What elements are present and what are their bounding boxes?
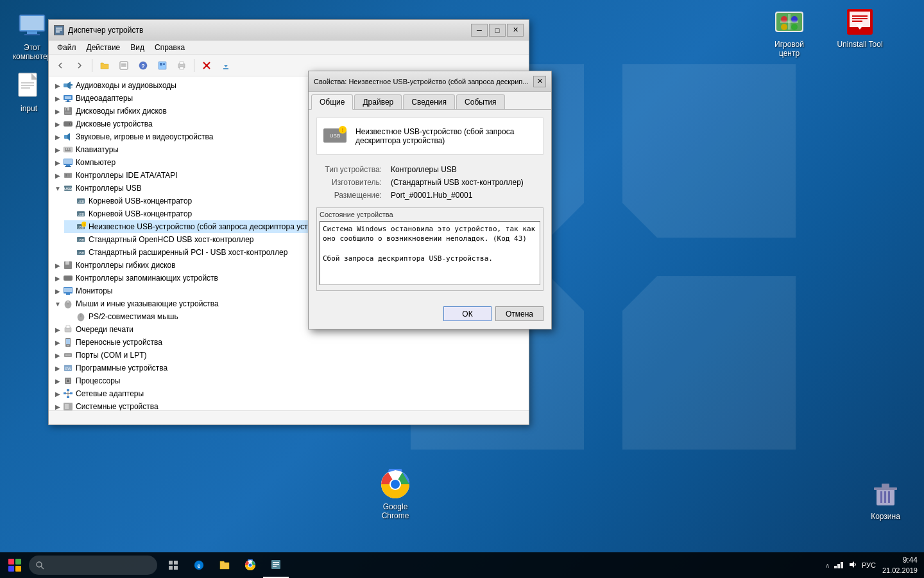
- icon-portable: [63, 337, 73, 347]
- taskbar-clock[interactable]: 9:44 21.02.2019: [882, 556, 918, 575]
- properties-dialog: Свойства: Неизвестное USB-устройство (сб…: [308, 71, 552, 329]
- svg-rect-28: [882, 484, 889, 487]
- svg-rect-19: [852, 15, 868, 17]
- taskbar-edge[interactable]: e: [186, 552, 212, 578]
- menu-help[interactable]: Справка: [150, 42, 190, 53]
- toolbar-update[interactable]: [217, 57, 235, 74]
- svg-text:e: e: [197, 563, 200, 569]
- menu-file[interactable]: Файл: [52, 42, 81, 53]
- recycle-icon: [870, 478, 901, 509]
- toolbar-properties[interactable]: [115, 57, 133, 74]
- tree-processors[interactable]: ▶ Процессоры: [51, 374, 526, 387]
- tray-lang[interactable]: РУС: [862, 561, 876, 569]
- taskbar-task-view[interactable]: [160, 552, 186, 578]
- cancel-button[interactable]: Отмена: [495, 306, 543, 321]
- svg-line-134: [41, 566, 44, 569]
- label-disk-devices: Дисковые устройства: [76, 119, 153, 128]
- taskbar-explorer[interactable]: [212, 552, 237, 578]
- minimize-button[interactable]: ─: [471, 24, 488, 37]
- icon-usb-unknown-warning: USB !: [76, 222, 86, 232]
- tree-system-devices[interactable]: ▶ Системные устройства: [51, 400, 526, 410]
- maximize-button[interactable]: □: [489, 24, 506, 37]
- svg-marker-67: [67, 133, 70, 141]
- close-button[interactable]: ✕: [507, 24, 524, 37]
- desktop-icon-chrome[interactable]: Google Chrome: [370, 469, 421, 521]
- svg-point-65: [70, 123, 71, 125]
- recycle-label: Корзина: [871, 512, 900, 521]
- tab-details[interactable]: Сведения: [403, 94, 455, 109]
- label-floppy-drives: Дисководы гибких дисков: [76, 107, 167, 116]
- arrow-sound-video: ▶: [53, 134, 63, 141]
- svg-point-111: [67, 345, 69, 346]
- taskbar-chrome[interactable]: [237, 552, 263, 578]
- svg-text:USB: USB: [78, 251, 85, 255]
- taskbar-device-manager[interactable]: [263, 552, 289, 578]
- svg-rect-38: [121, 66, 126, 67]
- device-type-value: Контроллеры USB: [391, 165, 543, 174]
- label-pci-usb: Стандартный расширенный PCI - USB хост-к…: [89, 248, 287, 257]
- tab-events[interactable]: События: [456, 94, 505, 109]
- tab-general[interactable]: Общие: [311, 94, 353, 110]
- arrow-keyboards: ▶: [53, 146, 63, 153]
- label-usb-hub-2: Корневой USB-концентратор: [89, 209, 192, 218]
- devmgr-titlebar: Диспетчер устройств ─ □ ✕: [49, 20, 529, 40]
- svg-rect-75: [64, 159, 72, 164]
- svg-rect-29: [880, 491, 882, 503]
- tree-ports[interactable]: ▶ Порты (COM и LPT): [51, 349, 526, 362]
- toolbar-help[interactable]: ?: [134, 57, 152, 74]
- menu-action[interactable]: Действие: [81, 42, 126, 53]
- label-floppy-ctrl: Контроллеры гибких дисков: [76, 261, 176, 270]
- manufacturer-value: (Стандартный USB хост-контроллер): [391, 178, 543, 187]
- arrow-ports: ▶: [53, 352, 63, 359]
- icon-usb-controllers: USB: [63, 183, 73, 193]
- desktop-icon-input[interactable]: input: [3, 71, 55, 113]
- toolbar-print[interactable]: [173, 57, 191, 74]
- ok-button[interactable]: ОК: [443, 306, 492, 321]
- svg-rect-147: [273, 566, 277, 567]
- svg-rect-138: [174, 566, 178, 570]
- toolbar-folder[interactable]: [96, 57, 114, 74]
- devmgr-menubar: Файл Действие Вид Справка: [49, 40, 529, 55]
- toolbar-sep-2: [194, 59, 194, 72]
- input-label: input: [21, 104, 37, 113]
- start-button[interactable]: [0, 552, 29, 578]
- taskbar-search[interactable]: [29, 556, 157, 575]
- svg-rect-101: [66, 293, 70, 295]
- window-controls: ─ □ ✕: [471, 24, 524, 37]
- desktop-icon-uninstall[interactable]: Uninstall Tool: [834, 6, 886, 49]
- toolbar-delete[interactable]: [198, 57, 216, 74]
- device-icon-large: USB !: [322, 123, 348, 149]
- toolbar-scan[interactable]: [153, 57, 171, 74]
- icon-monitors: [63, 286, 73, 296]
- dialog-close-button[interactable]: ✕: [533, 76, 546, 87]
- desktop-icon-recycle[interactable]: Корзина: [860, 478, 911, 521]
- arrow-print-queues: ▶: [53, 326, 63, 333]
- clock-date: 21.02.2019: [882, 566, 918, 575]
- svg-rect-128: [65, 404, 69, 409]
- icon-ide: [63, 170, 73, 180]
- taskbar-pinned-icons: e: [160, 552, 289, 578]
- svg-rect-35: [56, 31, 60, 33]
- tree-portable[interactable]: ▶ Переносные устройства: [51, 336, 526, 349]
- start-menu-icon: [8, 559, 21, 572]
- win-pane-green: [15, 559, 21, 565]
- svg-rect-149: [837, 564, 840, 568]
- device-props-grid: Тип устройства: Контроллеры USB Изготови…: [316, 165, 543, 200]
- tree-software-devices[interactable]: ▶ SW Программные устройства: [51, 362, 526, 374]
- toolbar-forward[interactable]: [71, 57, 89, 74]
- svg-rect-71: [69, 148, 70, 150]
- svg-point-133: [37, 562, 42, 567]
- label-ide: Контроллеры IDE ATA/ATAPI: [76, 171, 178, 180]
- label-sound-video: Звуковые, игровые и видеоустройства: [76, 132, 213, 141]
- menu-view[interactable]: Вид: [125, 42, 150, 53]
- svg-rect-53: [71, 85, 73, 86]
- svg-point-13: [781, 24, 787, 30]
- tree-network[interactable]: ▶ Сетевые адаптеры: [51, 387, 526, 400]
- tray-chevron[interactable]: ∧: [825, 562, 830, 569]
- tab-driver[interactable]: Драйвер: [354, 94, 402, 109]
- toolbar-back[interactable]: [51, 57, 69, 74]
- label-storage-ctrl: Контроллеры запоминающих устройств: [76, 274, 218, 283]
- desktop-icon-game[interactable]: Игровой центр: [764, 6, 815, 58]
- label-usb-unknown: Неизвестное USB-устройство (сбой запроса…: [89, 222, 339, 231]
- status-legend: Состояние устройства: [320, 211, 540, 218]
